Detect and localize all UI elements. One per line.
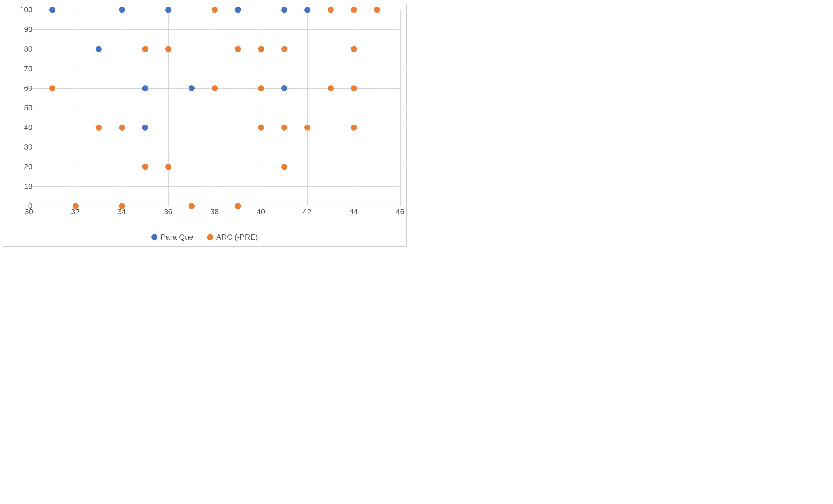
y-tick-label: 90 [18, 25, 32, 34]
data-point [96, 46, 102, 52]
data-point [328, 7, 334, 13]
gridline-horizontal [29, 49, 400, 49]
data-point [165, 164, 171, 170]
data-point [142, 85, 148, 91]
y-tick-label: 10 [18, 182, 32, 191]
legend-item-para-que: Para Que [151, 233, 193, 242]
data-point [351, 7, 357, 13]
data-point [189, 203, 194, 209]
x-tick-label: 36 [160, 207, 176, 216]
y-tick-label: 50 [18, 104, 32, 112]
x-tick-label: 34 [114, 207, 130, 216]
data-point [142, 125, 148, 131]
data-point [281, 7, 287, 13]
data-point [374, 7, 380, 13]
data-point [189, 85, 194, 91]
legend-label: Para Que [161, 233, 193, 242]
gridline-horizontal [29, 147, 400, 148]
data-point [235, 7, 241, 13]
y-tick-label: 40 [18, 123, 32, 132]
legend-item-arc: ARC (-PRE) [207, 233, 258, 242]
x-tick-label: 44 [346, 207, 362, 216]
data-point [142, 164, 148, 170]
data-point [96, 125, 102, 131]
data-point [281, 46, 287, 52]
x-tick-label: 32 [67, 207, 84, 216]
data-point [328, 85, 334, 91]
data-point [351, 125, 357, 131]
legend: Para Que ARC (-PRE) [3, 233, 406, 242]
data-point [119, 125, 125, 131]
gridline-horizontal [29, 186, 400, 187]
data-point [49, 7, 55, 13]
y-tick-label: 100 [18, 5, 32, 14]
data-point [142, 46, 148, 52]
scatter-chart: 3032343638404244460102030405060708090100… [3, 3, 407, 247]
y-tick-label: 0 [18, 202, 32, 210]
data-point [212, 7, 218, 13]
y-tick-label: 30 [18, 143, 32, 152]
data-point [305, 125, 310, 131]
y-tick-label: 80 [18, 45, 32, 53]
y-tick-label: 70 [18, 64, 32, 73]
gridline-horizontal [29, 69, 400, 69]
data-point [281, 125, 287, 131]
data-point [351, 85, 357, 91]
legend-marker-icon [207, 234, 213, 240]
data-point [281, 164, 287, 170]
gridline-horizontal [29, 167, 400, 167]
x-tick-label: 42 [299, 207, 315, 216]
x-tick-label: 40 [253, 207, 269, 216]
data-point [165, 46, 171, 52]
data-point [235, 46, 241, 52]
x-tick-label: 38 [206, 207, 223, 216]
data-point [235, 203, 241, 209]
data-point [351, 46, 357, 52]
legend-label: ARC (-PRE) [216, 233, 258, 242]
data-point [119, 7, 125, 13]
gridline-vertical [400, 10, 401, 206]
x-tick-label: 46 [392, 207, 408, 216]
data-point [258, 85, 264, 91]
data-point [258, 46, 264, 52]
data-point [281, 85, 287, 91]
data-point [165, 7, 171, 13]
legend-marker-icon [151, 234, 158, 240]
y-tick-label: 20 [18, 162, 32, 171]
data-point [258, 125, 264, 131]
gridline-horizontal [29, 29, 400, 30]
data-point [305, 7, 310, 13]
data-point [212, 85, 218, 91]
y-tick-label: 60 [18, 84, 32, 93]
data-point [49, 85, 55, 91]
plot-area [29, 10, 400, 206]
